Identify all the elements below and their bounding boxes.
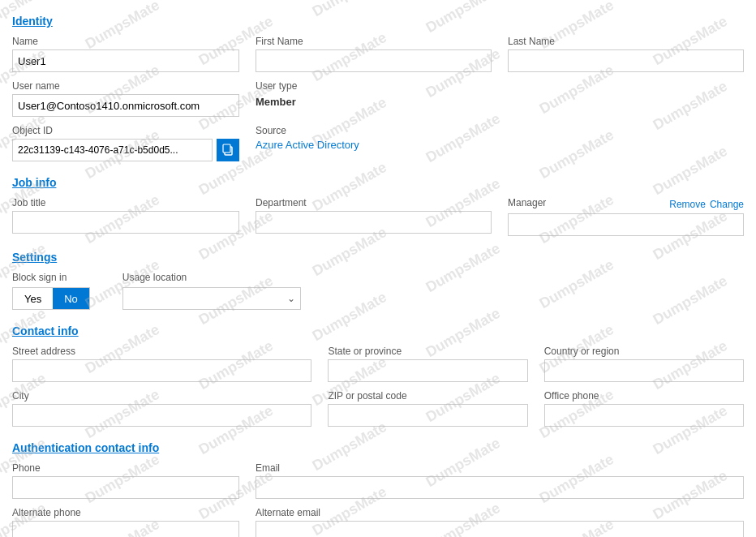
contactinfo-row1: Street address State or province Country… bbox=[12, 346, 744, 382]
altemail-label: Alternate email bbox=[256, 507, 744, 518]
usagelocation-label: Usage location bbox=[122, 272, 301, 283]
firstname-label: First Name bbox=[256, 36, 492, 47]
state-group: State or province bbox=[328, 346, 527, 382]
officephone-group: Office phone bbox=[544, 390, 744, 427]
zip-input[interactable] bbox=[328, 404, 527, 427]
street-label: Street address bbox=[12, 346, 311, 357]
svg-rect-1 bbox=[223, 144, 230, 153]
department-group: Department bbox=[256, 197, 492, 234]
phone-label: Phone bbox=[12, 462, 239, 474]
department-input[interactable] bbox=[256, 211, 492, 234]
state-label: State or province bbox=[328, 346, 527, 357]
jobtitle-label: Job title bbox=[12, 197, 239, 208]
altphone-label: Alternate phone bbox=[12, 507, 239, 518]
jobtitle-group: Job title bbox=[12, 197, 239, 234]
contactinfo-title: Contact info bbox=[12, 324, 744, 337]
username-label: User name bbox=[12, 80, 239, 92]
usagelocation-select-wrapper: United States United Kingdom Canada Aust… bbox=[122, 287, 301, 310]
contactinfo-section: Contact info Street address State or pro… bbox=[12, 324, 744, 427]
blocksignin-yes-button[interactable]: Yes bbox=[13, 288, 53, 309]
jobinfo-row1: Job title Department Manager Remove Chan… bbox=[12, 197, 744, 236]
objectid-row bbox=[12, 139, 239, 161]
zip-group: ZIP or postal code bbox=[328, 390, 527, 427]
blocksignin-label: Block sign in bbox=[12, 272, 90, 283]
blocksignin-toggle: Yes No bbox=[12, 287, 90, 310]
lastname-input[interactable] bbox=[508, 49, 744, 72]
zip-label: ZIP or postal code bbox=[328, 390, 527, 402]
country-input[interactable] bbox=[544, 359, 744, 382]
altemail-group: Alternate email bbox=[256, 507, 744, 537]
lastname-label: Last Name bbox=[508, 36, 744, 47]
contactinfo-row2: City ZIP or postal code Office phone bbox=[12, 390, 744, 427]
source-label: Source bbox=[256, 125, 744, 136]
street-input[interactable] bbox=[12, 359, 311, 382]
username-input[interactable] bbox=[12, 94, 239, 117]
officephone-input[interactable] bbox=[544, 404, 744, 427]
remove-manager-button[interactable]: Remove bbox=[669, 199, 706, 210]
manager-group: Manager Remove Change bbox=[508, 197, 744, 236]
name-label: Name bbox=[12, 36, 239, 47]
authcontactinfo-row1: Phone Email bbox=[12, 462, 744, 499]
objectid-input[interactable] bbox=[12, 139, 213, 161]
name-group: Name bbox=[12, 36, 239, 72]
username-group: User name bbox=[12, 80, 239, 117]
source-link[interactable]: Azure Active Directory bbox=[256, 139, 744, 151]
jobinfo-title: Job info bbox=[12, 176, 744, 189]
objectid-label: Object ID bbox=[12, 125, 239, 136]
department-label: Department bbox=[256, 197, 492, 208]
manager-label: Manager bbox=[508, 197, 546, 208]
usagelocation-select[interactable]: United States United Kingdom Canada Aust… bbox=[123, 290, 300, 308]
manager-input[interactable] bbox=[508, 213, 744, 236]
source-group: Source Azure Active Directory bbox=[256, 125, 744, 151]
identity-title: Identity bbox=[12, 15, 744, 28]
altemail-input[interactable] bbox=[256, 521, 744, 537]
change-manager-button[interactable]: Change bbox=[710, 199, 744, 210]
usagelocation-group: Usage location United States United King… bbox=[122, 272, 301, 310]
blocksignin-group: Block sign in Yes No bbox=[12, 272, 90, 310]
objectid-group: Object ID bbox=[12, 125, 239, 161]
identity-row1: Name First Name Last Name bbox=[12, 36, 744, 72]
manager-label-row: Manager Remove Change bbox=[508, 197, 744, 211]
settings-title: Settings bbox=[12, 251, 744, 264]
jobtitle-input[interactable] bbox=[12, 211, 239, 234]
name-input[interactable] bbox=[12, 49, 239, 72]
blocksignin-no-button[interactable]: No bbox=[53, 288, 89, 309]
officephone-label: Office phone bbox=[544, 390, 744, 402]
copy-icon bbox=[221, 144, 234, 157]
copy-button[interactable] bbox=[217, 139, 239, 161]
usertype-group: User type Member bbox=[256, 80, 744, 110]
altphone-input[interactable] bbox=[12, 521, 239, 537]
email-group: Email bbox=[256, 462, 744, 499]
street-group: Street address bbox=[12, 346, 311, 382]
city-label: City bbox=[12, 390, 311, 402]
country-group: Country or region bbox=[544, 346, 744, 382]
state-input[interactable] bbox=[328, 359, 527, 382]
firstname-group: First Name bbox=[256, 36, 492, 72]
jobinfo-section: Job info Job title Department Manager Re… bbox=[12, 176, 744, 236]
usertype-label: User type bbox=[256, 80, 744, 92]
settings-row: Block sign in Yes No Usage location Unit… bbox=[12, 272, 744, 310]
email-input[interactable] bbox=[256, 476, 744, 499]
identity-section: Identity Name First Name Last Name User … bbox=[12, 15, 744, 161]
manager-actions: Remove Change bbox=[669, 199, 744, 210]
firstname-input[interactable] bbox=[256, 49, 492, 72]
email-label: Email bbox=[256, 462, 744, 474]
authcontactinfo-title: Authentication contact info bbox=[12, 441, 744, 454]
altphone-group: Alternate phone bbox=[12, 507, 239, 537]
city-input[interactable] bbox=[12, 404, 311, 427]
settings-section: Settings Block sign in Yes No Usage loca… bbox=[12, 251, 744, 310]
usertype-value: Member bbox=[256, 94, 744, 110]
phone-group: Phone bbox=[12, 462, 239, 499]
identity-row2: User name User type Member bbox=[12, 80, 744, 117]
authcontactinfo-section: Authentication contact info Phone Email … bbox=[12, 441, 744, 537]
authcontactinfo-row2: Alternate phone Alternate email bbox=[12, 507, 744, 537]
identity-row3: Object ID Source Azure Active Directory bbox=[12, 125, 744, 161]
city-group: City bbox=[12, 390, 311, 427]
lastname-group: Last Name bbox=[508, 36, 744, 72]
country-label: Country or region bbox=[544, 346, 744, 357]
phone-input[interactable] bbox=[12, 476, 239, 499]
